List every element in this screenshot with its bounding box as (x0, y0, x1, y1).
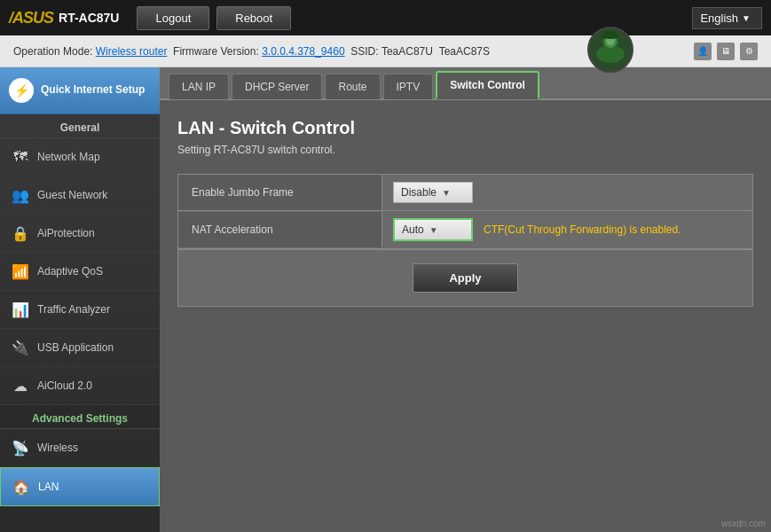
sidebar-item-traffic-analyzer[interactable]: 📊 Traffic Analyzer (0, 291, 160, 329)
apply-button-row: Apply (178, 249, 752, 306)
operation-bar: Operation Mode: Wireless router Firmware… (0, 35, 771, 67)
sidebar-item-guest-network[interactable]: 👥 Guest Network (0, 176, 160, 215)
firmware-link[interactable]: 3.0.0.4.378_9460 (262, 45, 344, 58)
language-dropdown-arrow: ▼ (742, 13, 751, 23)
sidebar-item-network-map[interactable]: 🗺 Network Map (0, 138, 160, 176)
aicloud-icon: ☁ (11, 376, 30, 395)
sidebar-item-usb-application-label: USB Application (37, 341, 114, 354)
logo: /ASUS RT-AC87U (9, 9, 119, 27)
general-section-title: General (0, 114, 160, 138)
sidebar-item-aicloud[interactable]: ☁ AiCloud 2.0 (0, 367, 160, 405)
op-bar-icons: 👤 🖥 ⚙ (694, 43, 758, 60)
ssid2-value: TeaAC87S (439, 45, 490, 58)
nat-acceleration-select[interactable]: Auto ▼ (393, 218, 473, 241)
usb-application-icon: 🔌 (11, 338, 30, 357)
tab-iptv[interactable]: IPTV (383, 74, 434, 99)
sidebar-item-wireless-label: Wireless (37, 442, 78, 454)
quick-setup-icon: ⚡ (9, 78, 34, 103)
user-icon[interactable]: 👤 (694, 43, 712, 60)
sidebar-item-lan[interactable]: 🏠 LAN (0, 467, 160, 506)
ssid-prefix: SSID: (350, 45, 378, 58)
language-label: English (700, 12, 738, 25)
reboot-button[interactable]: Reboot (216, 6, 291, 30)
ctf-status-text: CTF(Cut Through Forwarding) is enabled. (484, 223, 681, 236)
nat-acceleration-selected-value: Auto (402, 223, 424, 236)
sidebar-item-aicloud-label: AiCloud 2.0 (37, 379, 92, 392)
jumbo-frame-select[interactable]: Disable ▼ (393, 182, 473, 203)
apply-button[interactable]: Apply (413, 263, 517, 293)
sidebar-item-usb-application[interactable]: 🔌 USB Application (0, 329, 160, 367)
nat-acceleration-label: NAT Acceleration (178, 212, 382, 247)
network-map-icon: 🗺 (11, 147, 30, 167)
page-subtitle: Setting RT-AC87U switch control. (177, 144, 753, 156)
tab-bar: LAN IP DHCP Server Route IPTV Switch Con… (160, 67, 771, 100)
page-title: LAN - Switch Control (177, 118, 753, 138)
svg-rect-5 (604, 31, 617, 37)
jumbo-frame-selected-value: Disable (401, 186, 437, 199)
ssid1-value: TeaAC87U (382, 45, 433, 58)
sidebar-item-lan-label: LAN (38, 481, 59, 493)
sidebar: ⚡ Quick Internet Setup General 🗺 Network… (0, 67, 160, 532)
op-mode-link[interactable]: Wireless router (96, 45, 168, 58)
settings-table: Enable Jumbo Frame Disable ▼ NAT Acceler… (177, 174, 753, 307)
watermark: wsxdn.com (721, 519, 766, 528)
sidebar-item-aiprotection[interactable]: 🔒 AiProtection (0, 215, 160, 253)
language-selector[interactable]: English ▼ (692, 7, 762, 29)
tab-switch-control[interactable]: Switch Control (436, 71, 539, 99)
sidebar-item-traffic-analyzer-label: Traffic Analyzer (37, 303, 110, 316)
nat-acceleration-value: Auto ▼ CTF(Cut Through Forwarding) is en… (382, 211, 752, 248)
lan-icon: 🏠 (12, 477, 31, 497)
tab-route[interactable]: Route (325, 74, 380, 99)
aiprotection-icon: 🔒 (11, 223, 30, 243)
firmware-prefix: Firmware Version: (173, 45, 259, 58)
avatar (587, 27, 633, 73)
quick-setup-label: Quick Internet Setup (41, 83, 145, 98)
tab-lan-ip[interactable]: LAN IP (169, 74, 229, 99)
op-mode-prefix: Operation Mode: (13, 45, 92, 58)
sidebar-item-adaptive-qos-label: Adaptive QoS (37, 265, 103, 278)
nat-acceleration-select-arrow: ▼ (429, 225, 438, 235)
tab-dhcp-server[interactable]: DHCP Server (232, 74, 322, 99)
sidebar-item-network-map-label: Network Map (37, 151, 100, 163)
logout-button[interactable]: Logout (137, 6, 209, 30)
main-layout: ⚡ Quick Internet Setup General 🗺 Network… (0, 67, 771, 532)
adaptive-qos-icon: 📶 (11, 262, 30, 281)
nat-acceleration-row: NAT Acceleration Auto ▼ CTF(Cut Through … (178, 211, 752, 249)
sidebar-item-aiprotection-label: AiProtection (37, 227, 95, 239)
monitor-icon[interactable]: 🖥 (717, 43, 735, 60)
model-name: RT-AC87U (59, 11, 119, 25)
sidebar-item-quick-internet-setup[interactable]: ⚡ Quick Internet Setup (0, 67, 160, 114)
advanced-section-title: Advanced Settings (0, 405, 160, 429)
settings-icon[interactable]: ⚙ (740, 43, 758, 60)
asus-logo-text: /ASUS (9, 9, 53, 27)
sidebar-item-adaptive-qos[interactable]: 📶 Adaptive QoS (0, 253, 160, 291)
sidebar-item-guest-network-label: Guest Network (37, 189, 107, 201)
guest-network-icon: 👥 (11, 185, 30, 205)
sidebar-item-wireless[interactable]: 📡 Wireless (0, 429, 160, 467)
jumbo-frame-value: Disable ▼ (382, 175, 752, 210)
traffic-analyzer-icon: 📊 (11, 300, 30, 319)
top-bar: /ASUS RT-AC87U Logout Reboot English ▼ (0, 0, 771, 35)
page-content: LAN - Switch Control Setting RT-AC87U sw… (160, 100, 771, 532)
jumbo-frame-label: Enable Jumbo Frame (178, 175, 382, 210)
jumbo-frame-row: Enable Jumbo Frame Disable ▼ (178, 175, 752, 211)
jumbo-frame-select-arrow: ▼ (442, 188, 451, 198)
wireless-icon: 📡 (11, 438, 30, 458)
content-area: LAN IP DHCP Server Route IPTV Switch Con… (160, 67, 771, 532)
avatar-icon (593, 29, 628, 70)
